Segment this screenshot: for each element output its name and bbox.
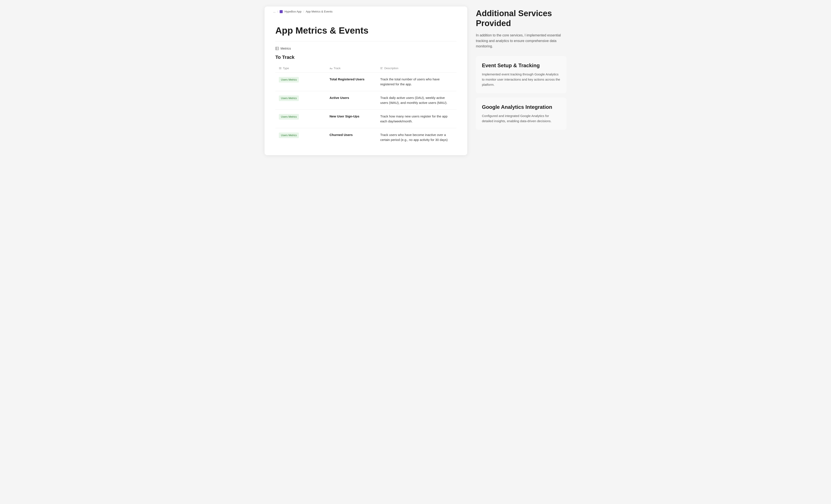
table-cell-description: Track users who have become inactive ove… <box>377 128 456 147</box>
service-card-1: Google Analytics IntegrationConfigured a… <box>476 98 567 130</box>
type-badge: Users Metrics <box>279 114 299 120</box>
table-cell-description: Track the total number of users who have… <box>377 72 456 91</box>
track-name: Active Users <box>329 96 349 99</box>
svg-rect-0 <box>276 47 279 50</box>
table-cell-description: Track how many new users register for th… <box>377 110 456 128</box>
metrics-section-label: Metrics <box>281 47 291 50</box>
service-card-0: Event Setup & TrackingImplemented event … <box>476 56 567 93</box>
breadcrumb-sep1: / <box>277 10 278 13</box>
page-wrapper: ... / HypeBox App / App Metrics & Events… <box>264 6 567 155</box>
type-badge: Users Metrics <box>279 95 299 101</box>
breadcrumb-sep2: / <box>303 10 304 13</box>
services-main-title: Additional Services Provided <box>476 9 567 28</box>
table-cell-type: Users Metrics <box>275 72 326 91</box>
track-name: Total Registered Users <box>329 77 364 81</box>
type-badge: Users Metrics <box>279 132 299 138</box>
svg-text:Aa: Aa <box>329 67 332 69</box>
type-badge: Users Metrics <box>279 77 299 83</box>
title-divider <box>275 41 456 41</box>
service-card-desc-1: Configured and integrated Google Analyti… <box>482 113 561 124</box>
type-col-header: Type <box>279 67 289 70</box>
track-name: Churned Users <box>329 133 353 137</box>
desc-col-header: Description <box>380 67 398 70</box>
table-cell-type: Users Metrics <box>275 128 326 147</box>
table-row: Users MetricsChurned UsersTrack users wh… <box>275 128 456 147</box>
table-icon <box>275 47 279 50</box>
table-cell-track: Total Registered Users <box>326 72 377 91</box>
table-cell-description: Track daily active users (DAU), weekly a… <box>377 91 456 110</box>
service-card-title-1: Google Analytics Integration <box>482 103 561 110</box>
table-cell-track: New User Sign-Ups <box>326 110 377 128</box>
doc-panel: ... / HypeBox App / App Metrics & Events… <box>264 6 467 155</box>
table-cell-track: Active Users <box>326 91 377 110</box>
table-row: Users MetricsNew User Sign-UpsTrack how … <box>275 110 456 128</box>
table-row: Users MetricsTotal Registered UsersTrack… <box>275 72 456 91</box>
breadcrumb-ellipsis[interactable]: ... <box>273 10 276 13</box>
metrics-label: Metrics <box>275 47 456 50</box>
breadcrumb-current[interactable]: App Metrics & Events <box>306 10 333 13</box>
col-header-type: Type <box>275 64 326 72</box>
table-header-row: Type Aa Track <box>275 64 456 72</box>
doc-content: App Metrics & Events Metrics To Track <box>264 17 467 155</box>
services-intro: In addition to the core services, I impl… <box>476 33 567 49</box>
breadcrumb-app-name[interactable]: HypeBox App <box>284 10 302 13</box>
metrics-table: Type Aa Track <box>275 64 456 147</box>
table-cell-type: Users Metrics <box>275 91 326 110</box>
col-header-track: Aa Track <box>326 64 377 72</box>
section-heading-to-track: To Track <box>275 55 456 60</box>
service-card-desc-0: Implemented event tracking through Googl… <box>482 72 561 87</box>
app-icon <box>280 10 283 13</box>
page-title: App Metrics & Events <box>275 25 456 36</box>
breadcrumb: ... / HypeBox App / App Metrics & Events <box>264 6 467 17</box>
table-cell-track: Churned Users <box>326 128 377 147</box>
track-col-header: Aa Track <box>329 67 341 70</box>
table-cell-type: Users Metrics <box>275 110 326 128</box>
col-header-description: Description <box>377 64 456 72</box>
services-panel: Additional Services Provided In addition… <box>476 6 567 134</box>
service-card-title-0: Event Setup & Tracking <box>482 62 561 69</box>
table-row: Users MetricsActive UsersTrack daily act… <box>275 91 456 110</box>
service-cards-container: Event Setup & TrackingImplemented event … <box>476 56 567 130</box>
track-name: New User Sign-Ups <box>329 114 359 118</box>
